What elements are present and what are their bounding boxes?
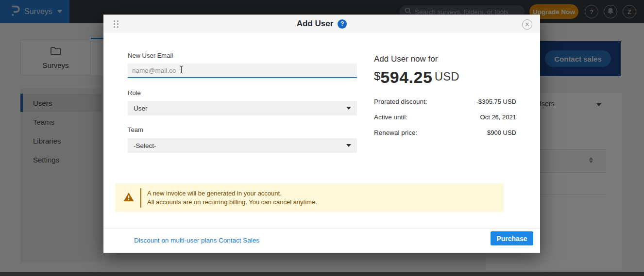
modal-header: Add User ? [103,15,540,33]
summary-row-active-until: Active until: Oct 26, 2021 [374,114,516,121]
team-select[interactable]: -Select- [128,138,357,153]
email-label: New User Email [128,52,173,59]
currency-code: USD [435,70,459,83]
modal-footer: Discount on multi-user plans Contact Sal… [103,228,540,253]
warning-line2: All accounts are on recurring billing. Y… [147,198,317,206]
purchase-button[interactable]: Purchase [491,231,533,245]
email-field[interactable] [132,67,176,74]
team-label: Team [128,126,143,133]
row-value: $900 USD [487,129,516,136]
invoice-warning: A new invoice will be generated in your … [115,183,504,212]
summary-heading: Add User now for [374,54,438,64]
email-field-wrap [128,64,357,78]
summary-row-renewal: Renewal price: $900 USD [374,129,516,136]
contact-sales-link[interactable]: Discount on multi-user plans Contact Sal… [134,237,259,244]
close-icon[interactable]: ✕ [522,19,532,30]
price-total: $594.25 USD [374,68,459,87]
modal-title: Add User [297,19,334,29]
app-screen: Surveys Upgrade Now ? Z Surveys Contact … [0,0,644,276]
warning-text: A new invoice will be generated in your … [147,189,317,207]
currency-symbol: $ [374,69,380,82]
drag-handle-icon[interactable] [114,20,119,28]
row-label: Prorated discount: [374,98,427,105]
add-user-modal: Add User ? ✕ New User Email Role User Te… [103,15,540,253]
price-amount: 594.25 [380,68,432,86]
warning-icon [123,192,135,204]
text-cursor-icon [179,65,184,76]
role-label: Role [128,89,141,97]
row-label: Renewal price: [374,129,417,136]
warning-line1: A new invoice will be generated in your … [147,190,282,197]
team-value: -Select- [134,142,156,149]
role-value: User [134,105,148,112]
role-select[interactable]: User [128,101,357,115]
chevron-down-icon [346,144,351,147]
row-value: Oct 26, 2021 [480,114,516,121]
row-label: Active until: [374,114,407,121]
chevron-down-icon [346,107,351,110]
row-value: -$305.75 USD [476,98,516,105]
summary-row-prorated: Prorated discount: -$305.75 USD [374,98,516,105]
warning-divider [140,188,141,208]
modal-help-icon[interactable]: ? [338,19,347,29]
